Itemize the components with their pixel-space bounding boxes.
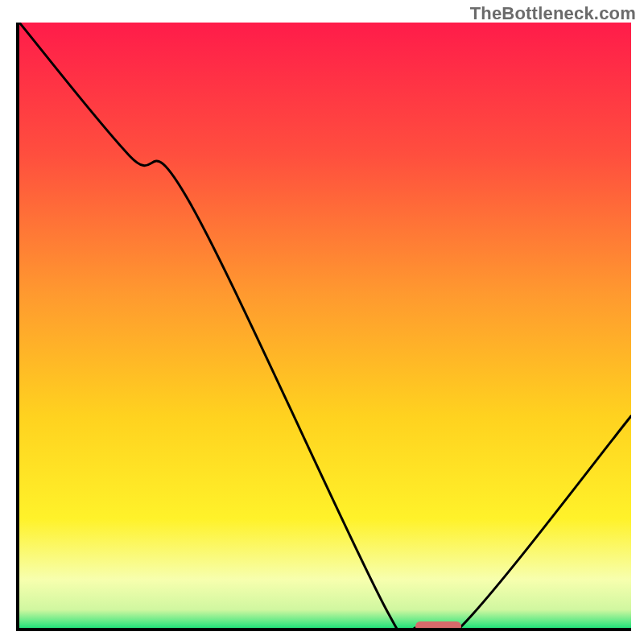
plot-area (16, 23, 631, 631)
chart-frame: TheBottleneck.com (0, 0, 644, 644)
bottleneck-curve (19, 23, 631, 628)
watermark-text: TheBottleneck.com (470, 3, 636, 24)
optimal-marker (415, 621, 461, 631)
